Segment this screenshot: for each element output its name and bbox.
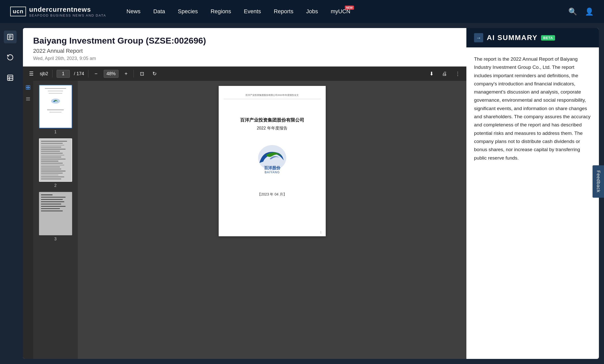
arrow-symbol: → <box>476 35 481 41</box>
thumbnail-img-2 <box>39 138 72 182</box>
svg-text:百洋股份: 百洋股份 <box>264 166 281 170</box>
ai-summary-panel: → AI SUMMARY BETA The report is the 2022… <box>466 28 599 359</box>
download-button[interactable]: ⬇ <box>427 70 436 78</box>
thumbnail-page-1[interactable]: 1 <box>39 85 72 134</box>
thumbnail-view-icon[interactable] <box>25 85 31 91</box>
nav-data[interactable]: Data <box>153 8 165 15</box>
ai-summary-text: The report is the 2022 Annual Report of … <box>474 55 591 162</box>
logo-sub-text: SEAFOOD BUSINESS NEWS AND DATA <box>29 14 106 17</box>
svg-rect-9 <box>28 86 30 87</box>
ai-summary-title: AI SUMMARY <box>487 34 537 42</box>
baiyang-logo: 百洋股份 BAIYANG <box>247 144 298 174</box>
ucn-text: ucn <box>13 8 23 15</box>
pdf-menu-button[interactable]: ☰ <box>27 70 36 78</box>
nav-news[interactable]: News <box>126 8 140 15</box>
pdf-total-pages: / 174 <box>74 71 84 76</box>
thumbnails-panel: 1 <box>33 81 78 359</box>
thumbnail-img-1 <box>39 85 72 128</box>
nav-menu: News Data Species Regions Events Reports… <box>126 8 558 15</box>
pdf-page-content: 百洋产业投资集团股份有限公司2022年年度报告全文 百洋产业投资集团股份有限公司… <box>219 86 326 236</box>
thumbnail-num-3: 3 <box>54 237 57 241</box>
navbar-icons: 🔍 👤 <box>568 7 594 16</box>
zoom-out-button[interactable]: − <box>93 70 100 78</box>
thumbnail-page-3[interactable]: 3 <box>39 192 72 241</box>
thumb-content-3 <box>40 192 72 235</box>
main-content: Baiyang Investment Group (SZSE:002696) 2… <box>0 23 604 364</box>
ucn-logo-box: ucn <box>10 7 26 16</box>
user-icon[interactable]: 👤 <box>585 7 594 16</box>
logo-main-text: undercurrentnews <box>29 6 106 14</box>
page-header-text: 百洋产业投资集团股份有限公司2022年年度报告全文 <box>224 94 321 99</box>
beta-badge: BETA <box>541 35 555 41</box>
doc-title: Baiyang Investment Group (SZSE:002696) <box>33 36 456 46</box>
pdf-main: 1 <box>23 81 466 359</box>
thumbnail-num-1: 1 <box>54 130 57 134</box>
nav-jobs[interactable]: Jobs <box>306 8 318 15</box>
sidebar-document-icon[interactable] <box>4 31 17 43</box>
pdf-page-input[interactable] <box>57 70 70 78</box>
page-report-title: 2022 年年度报告 <box>257 126 287 131</box>
logo: ucn undercurrentnews SEAFOOD BUSINESS NE… <box>10 6 106 17</box>
navbar: ucn undercurrentnews SEAFOOD BUSINESS NE… <box>0 0 604 23</box>
svg-rect-10 <box>26 88 28 89</box>
document-viewer: Baiyang Investment Group (SZSE:002696) 2… <box>23 28 466 359</box>
pdf-filename: sjb2 <box>40 71 48 76</box>
sidebar-refresh-icon[interactable] <box>4 51 17 64</box>
feedback-button[interactable]: Feedback <box>593 165 604 198</box>
print-button[interactable]: 🖨 <box>440 70 449 78</box>
logo-text: undercurrentnews SEAFOOD BUSINESS NEWS A… <box>29 6 106 17</box>
thumb-content-2 <box>40 139 72 181</box>
more-options-button[interactable]: ⋮ <box>453 70 462 78</box>
ai-arrow-icon: → <box>474 33 483 42</box>
feedback-sidebar: Feedback <box>593 165 604 199</box>
nav-regions[interactable]: Regions <box>211 8 231 15</box>
page-company-name: 百洋产业投资集团股份有限公司 <box>240 117 304 123</box>
pdf-toolbar: ☰ sjb2 / 174 − 48% + ⊡ ↻ ⬇ 🖨 ⋮ <box>23 67 466 81</box>
outline-view-icon[interactable] <box>25 96 31 103</box>
pdf-page-area: 百洋产业投资集团股份有限公司2022年年度报告全文 百洋产业投资集团股份有限公司… <box>78 81 466 359</box>
page-number-label: 1 <box>320 231 322 234</box>
doc-header: Baiyang Investment Group (SZSE:002696) 2… <box>23 28 466 67</box>
toolbar-separator-2 <box>88 70 88 77</box>
zoom-display: 48% <box>104 70 119 78</box>
search-icon[interactable]: 🔍 <box>568 7 577 16</box>
svg-rect-8 <box>26 86 28 87</box>
fit-page-button[interactable]: ⊡ <box>138 70 146 78</box>
ai-summary-body: The report is the 2022 Annual Report of … <box>466 47 599 359</box>
thumbnail-num-2: 2 <box>54 183 57 188</box>
nav-events[interactable]: Events <box>244 8 261 15</box>
thumb-panel-icons <box>23 81 33 359</box>
myucn-new-badge: NEW <box>345 6 354 10</box>
toolbar-separator-3 <box>134 70 134 77</box>
toolbar-separator-1 <box>52 70 52 77</box>
thumb-content-1 <box>40 85 72 128</box>
svg-rect-11 <box>28 88 30 89</box>
nav-reports[interactable]: Reports <box>274 8 293 15</box>
svg-text:BAIYANG: BAIYANG <box>265 171 280 174</box>
svg-rect-4 <box>8 75 13 81</box>
thumbnail-img-3 <box>39 192 72 235</box>
doc-subtitle: 2022 Annual Report <box>33 48 456 54</box>
sidebar-table-icon[interactable] <box>4 71 17 84</box>
history-button[interactable]: ↻ <box>150 70 159 78</box>
left-sidebar <box>0 23 20 364</box>
doc-date: Wed, April 26th, 2023, 9:05 am <box>33 56 456 61</box>
zoom-in-button[interactable]: + <box>123 70 130 78</box>
nav-myucn-wrap[interactable]: myUCN NEW <box>331 8 350 15</box>
ai-summary-header: → AI SUMMARY BETA <box>466 28 599 47</box>
page-date-label: 【2023 年 04 月】 <box>257 192 286 197</box>
thumbnail-page-2[interactable]: 2 <box>39 138 72 188</box>
nav-species[interactable]: Species <box>178 8 198 15</box>
